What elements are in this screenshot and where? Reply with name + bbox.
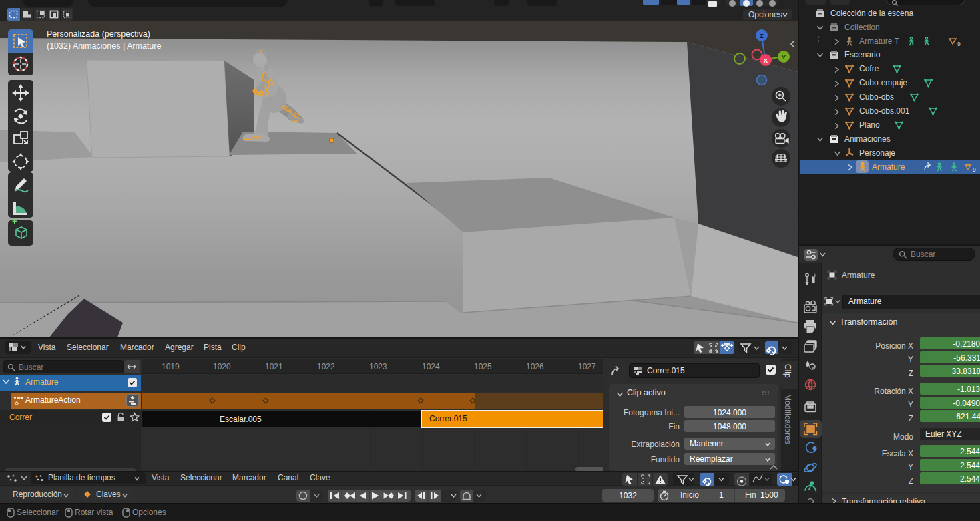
svg-text:X: X bbox=[764, 57, 768, 64]
svg-text:Z: Z bbox=[760, 32, 764, 39]
svg-text:Y: Y bbox=[782, 53, 786, 61]
svg-text:Personalizada (perspectiva): Personalizada (perspectiva) bbox=[47, 29, 150, 39]
svg-text:9: 9 bbox=[957, 41, 961, 47]
svg-text:9: 9 bbox=[973, 166, 976, 173]
svg-text:(1032) Animaciones | Armature: (1032) Animaciones | Armature bbox=[47, 41, 161, 51]
